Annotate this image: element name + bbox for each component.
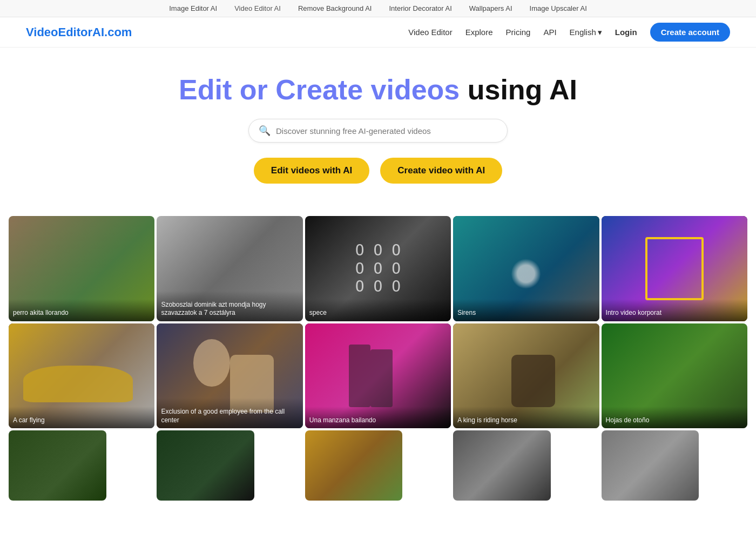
create-video-button[interactable]: Create video with AI xyxy=(380,158,502,184)
video-card[interactable]: Hojas de otoño xyxy=(602,323,747,429)
video-label: Exclusion of a good employee from the ca… xyxy=(157,398,302,428)
video-label: Sirens xyxy=(453,299,599,321)
edit-videos-button[interactable]: Edit videos with AI xyxy=(254,158,370,184)
top-bar: Image Editor AI Video Editor AI Remove B… xyxy=(0,0,756,17)
nav-api[interactable]: API xyxy=(543,28,556,37)
login-button[interactable]: Login xyxy=(615,28,637,37)
topbar-item-video-editor[interactable]: Video Editor AI xyxy=(234,4,281,12)
video-grid: perro akita llorando Szoboszlai dominik … xyxy=(0,201,756,501)
video-label: Intro video korporat xyxy=(602,299,747,321)
video-card[interactable]: A car flying xyxy=(9,323,154,429)
video-card[interactable]: A king is riding horse xyxy=(453,323,599,429)
nav-explore[interactable]: Explore xyxy=(465,28,493,37)
video-card[interactable]: perro akita llorando xyxy=(9,216,154,321)
create-account-button[interactable]: Create account xyxy=(650,23,730,42)
video-label: A king is riding horse xyxy=(453,407,599,429)
topbar-item-upscaler[interactable]: Image Upscaler AI xyxy=(530,4,587,12)
hero-title-plain: using AI xyxy=(468,74,577,105)
video-card[interactable]: Exclusion of a good employee from the ca… xyxy=(157,323,302,429)
video-card[interactable] xyxy=(602,430,699,501)
nav-pricing[interactable]: Pricing xyxy=(506,28,531,37)
hero-section: Edit or Create videos using AI 🔍 Edit vi… xyxy=(0,48,756,201)
video-label: Szoboszlai dominik azt mondja hogy szava… xyxy=(157,291,302,321)
video-label: spece xyxy=(305,299,451,321)
topbar-item-wallpapers[interactable]: Wallpapers AI xyxy=(469,4,512,12)
chevron-down-icon: ▾ xyxy=(598,28,602,37)
video-card[interactable]: Una manzana bailando xyxy=(305,323,451,429)
video-card[interactable]: O O O O O O O O O spece xyxy=(305,216,451,321)
search-icon: 🔍 xyxy=(259,125,271,137)
video-card[interactable] xyxy=(305,430,403,501)
site-logo[interactable]: VideoEditorAI.com xyxy=(26,25,132,39)
main-nav: VideoEditorAI.com Video Editor Explore P… xyxy=(0,17,756,48)
nav-video-editor[interactable]: Video Editor xyxy=(408,28,452,37)
search-bar[interactable]: 🔍 xyxy=(248,119,508,143)
video-label: A car flying xyxy=(9,407,154,429)
topbar-item-interior[interactable]: Interior Decorator AI xyxy=(389,4,451,12)
video-card[interactable] xyxy=(453,430,551,501)
language-label: English xyxy=(570,28,596,37)
search-input[interactable] xyxy=(276,126,497,136)
cta-buttons: Edit videos with AI Create video with AI xyxy=(11,158,745,184)
video-label: Una manzana bailando xyxy=(305,407,451,429)
video-card[interactable] xyxy=(157,430,254,501)
video-label: perro akita llorando xyxy=(9,299,154,321)
video-card[interactable]: Sirens xyxy=(453,216,599,321)
topbar-item-image-editor[interactable]: Image Editor AI xyxy=(169,4,217,12)
video-label: Hojas de otoño xyxy=(602,407,747,429)
topbar-item-remove-bg[interactable]: Remove Background AI xyxy=(298,4,372,12)
nav-links: Video Editor Explore Pricing API English… xyxy=(408,23,730,42)
hero-title-colored: Edit or Create videos xyxy=(179,74,460,105)
language-selector[interactable]: English ▾ xyxy=(570,28,602,37)
hero-title: Edit or Create videos using AI xyxy=(11,73,745,106)
video-card[interactable]: Szoboszlai dominik azt mondja hogy szava… xyxy=(157,216,302,321)
video-card[interactable] xyxy=(9,430,106,501)
video-card[interactable]: Intro video korporat xyxy=(602,216,747,321)
